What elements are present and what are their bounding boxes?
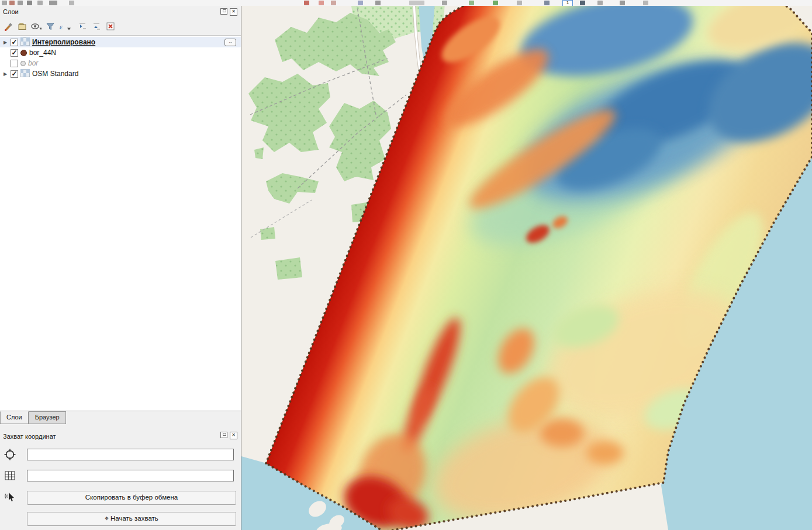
- layer-checkbox[interactable]: [11, 49, 18, 57]
- float-panel-icon[interactable]: [220, 8, 227, 15]
- toolbar-icon-fragment[interactable]: [517, 1, 522, 5]
- toolbar-icon-fragment[interactable]: [493, 1, 498, 5]
- layer-label[interactable]: bor: [28, 59, 38, 67]
- tab-browser[interactable]: Браузер: [29, 411, 66, 424]
- crosshair-icon: ⌖: [105, 514, 109, 522]
- mouse-tracking-icon[interactable]: [4, 490, 16, 503]
- toolbar-icon-fragment[interactable]: [331, 1, 336, 5]
- toolbar-icon-fragment[interactable]: [409, 1, 424, 5]
- collapse-all-icon[interactable]: [91, 21, 102, 32]
- toolbar-icon-fragment[interactable]: [37, 1, 43, 5]
- toolbar-icon-fragment[interactable]: [9, 1, 15, 5]
- layer-row-interpolirovano[interactable]: ▶ Интерполировано ↔: [0, 37, 241, 47]
- toolbar-icon-fragment[interactable]: [469, 1, 474, 5]
- layer-label[interactable]: bor_44N: [29, 49, 56, 57]
- toolbar-icon-fragment[interactable]: [2, 1, 7, 5]
- toolbar-icon-fragment[interactable]: [69, 1, 74, 5]
- copy-to-clipboard-button[interactable]: Скопировать в буфер обмена: [27, 491, 236, 505]
- layer-row-bor[interactable]: bor: [0, 58, 241, 68]
- toolbar-icon-fragment[interactable]: [18, 1, 23, 5]
- coordinate-y-input[interactable]: [27, 470, 234, 481]
- raster-layer-icon: [20, 37, 30, 47]
- point-symbol-icon: [20, 61, 26, 66]
- coordinate-capture-header: Захват координат ✕: [0, 431, 241, 442]
- forest-area: [275, 257, 302, 280]
- crs-selector-icon[interactable]: [4, 448, 16, 461]
- expand-all-icon[interactable]: [77, 21, 88, 32]
- toolbar-icon-fragment[interactable]: [49, 1, 57, 5]
- layer-checkbox[interactable]: [11, 70, 18, 78]
- layer-row-bor44n[interactable]: bor_44N: [0, 47, 241, 58]
- layer-checkbox[interactable]: [11, 39, 18, 46]
- layers-panel-title: Слои: [3, 8, 19, 15]
- toolbar-icon-fragment[interactable]: [643, 1, 648, 5]
- toolbar-icon-fragment[interactable]: [319, 1, 324, 5]
- close-panel-icon[interactable]: ✕: [230, 8, 237, 16]
- extent-indicator-icon[interactable]: ↔: [224, 39, 236, 46]
- layer-label[interactable]: Интерполировано: [32, 38, 95, 46]
- toolbar-icon-fragment[interactable]: [442, 1, 447, 5]
- raster-layer-icon: [20, 69, 30, 79]
- tab-layers[interactable]: Слои: [0, 411, 29, 424]
- toolbar-icon-fragment[interactable]: [304, 1, 309, 5]
- filter-expression-icon[interactable]: ε: [58, 21, 74, 32]
- layers-panel-header: Слои ✕: [0, 6, 241, 19]
- layer-tree: ▶ Интерполировано ↔ bor_44N bor: [0, 35, 241, 411]
- expand-icon[interactable]: ▶: [2, 40, 8, 45]
- layer-checkbox[interactable]: [11, 60, 18, 67]
- toolbar-icon-fragment[interactable]: [580, 1, 585, 5]
- map-canvas[interactable]: [241, 6, 812, 530]
- layer-label[interactable]: OSM Standard: [32, 70, 78, 78]
- remove-layer-icon[interactable]: [105, 21, 116, 32]
- dock-tabbar: Слои Браузер: [0, 411, 66, 424]
- point-symbol-icon: [20, 50, 27, 56]
- coordinate-capture-title: Захват координат: [3, 433, 56, 440]
- toolbar-icon-fragment[interactable]: [544, 1, 550, 5]
- layers-toolbar: ε: [0, 19, 241, 34]
- add-group-icon[interactable]: [16, 21, 27, 32]
- expand-icon[interactable]: ▶: [2, 71, 8, 77]
- svg-text:ε: ε: [60, 22, 63, 31]
- toolbar-icon-fragment[interactable]: [375, 1, 381, 5]
- toolbar-icon-fragment[interactable]: [597, 1, 603, 5]
- grid-coordinates-icon[interactable]: [4, 469, 16, 482]
- layer-styling-icon[interactable]: [2, 21, 13, 32]
- filter-legend-icon[interactable]: [44, 21, 56, 32]
- close-panel-icon[interactable]: ✕: [230, 432, 237, 439]
- toolbar-icon-fragment[interactable]: [27, 1, 32, 5]
- toolbar-icon-fragment[interactable]: [620, 1, 625, 5]
- map-svg: [241, 6, 812, 530]
- layer-row-osm-standard[interactable]: ▶ OSM Standard: [0, 68, 241, 79]
- float-panel-icon[interactable]: [220, 432, 227, 438]
- map-themes-icon[interactable]: [30, 21, 42, 32]
- left-dock: Слои ✕ ε: [0, 6, 241, 530]
- start-capture-button[interactable]: ⌖Начать захвать: [27, 512, 236, 526]
- toolbar-icon-fragment[interactable]: [358, 1, 363, 5]
- coordinate-x-input[interactable]: [27, 449, 234, 460]
